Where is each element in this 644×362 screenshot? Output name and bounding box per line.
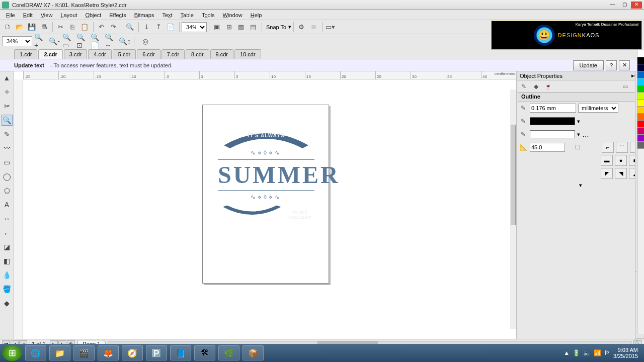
text-tool[interactable]: A	[2, 199, 13, 210]
tray-icon[interactable]: 🔈	[583, 349, 591, 356]
color-swatch[interactable]	[637, 85, 644, 93]
zoom-tool[interactable]: 🔍	[2, 115, 13, 126]
scale-checkbox[interactable]: ☐	[573, 143, 582, 152]
color-swatch[interactable]	[637, 121, 644, 128]
corner-round-button[interactable]: ⌒	[616, 142, 628, 153]
save-button[interactable]: 💾	[26, 22, 37, 33]
menu-view[interactable]: View	[37, 11, 57, 19]
cut-button[interactable]: ✂	[55, 22, 66, 33]
app-launcher-button[interactable]: ▭▾	[325, 22, 336, 33]
taskbar-app[interactable]: 📘	[170, 345, 191, 360]
fullscreen-button[interactable]: ▣	[211, 22, 222, 33]
color-swatch[interactable]	[637, 135, 644, 142]
doc-tab[interactable]: 10.cdr	[234, 49, 261, 59]
show-guidelines-button[interactable]: ▤	[248, 22, 259, 33]
close-button[interactable]: ✕	[631, 2, 642, 9]
zoom-height-icon[interactable]: 🔍↕	[119, 36, 131, 47]
import-button[interactable]: ⤓	[141, 22, 152, 33]
cap-flat-button[interactable]: ▬	[601, 155, 613, 166]
transparency-tab-icon[interactable]: 🍷	[543, 81, 553, 92]
options-button[interactable]: ⚙	[296, 22, 307, 33]
tray-icon[interactable]: 🏳	[604, 349, 610, 356]
doc-tab[interactable]: 3.cdr	[64, 49, 87, 59]
update-button[interactable]: Update	[573, 60, 604, 70]
zoom-combo-2[interactable]: 34%	[2, 36, 32, 46]
taskbar-app[interactable]: 🛠	[194, 345, 215, 360]
menu-window[interactable]: Window	[219, 11, 247, 19]
color-swatch[interactable]	[637, 128, 644, 135]
fill-tab-icon[interactable]: ◆	[531, 81, 541, 92]
tray-icon[interactable]: ▲	[564, 349, 570, 356]
position-outside-button[interactable]: ◤	[601, 168, 613, 179]
color-swatch[interactable]	[637, 100, 644, 107]
open-button[interactable]: 📂	[14, 22, 25, 33]
taskbar-app[interactable]: 🌐	[25, 345, 46, 360]
outline-color-swatch[interactable]	[530, 117, 575, 125]
color-swatch[interactable]	[637, 107, 644, 114]
color-swatch[interactable]	[637, 78, 644, 85]
taskbar-app[interactable]: 🎬	[73, 345, 95, 360]
zoom-out-icon[interactable]: 🔍-	[48, 36, 60, 47]
start-button[interactable]: ⊞	[2, 345, 22, 361]
crop-tool[interactable]: ✂	[2, 101, 13, 112]
snap-to-dropdown[interactable]: Snap To	[264, 24, 288, 30]
shape-tool[interactable]: ✧	[2, 86, 13, 98]
undo-button[interactable]: ↶	[96, 22, 107, 33]
menu-layout[interactable]: Layout	[56, 11, 81, 19]
minimize-button[interactable]: —	[607, 2, 618, 9]
taskbar-app[interactable]: 📦	[243, 345, 264, 360]
connector-tool[interactable]: ⌐	[2, 227, 13, 238]
menu-table[interactable]: Table	[177, 11, 198, 19]
outline-units-select[interactable]: millimeters	[578, 104, 618, 113]
taskbar-app[interactable]: 🦊	[98, 345, 119, 360]
publish-button[interactable]: 📄	[165, 22, 176, 33]
view-mode-icon[interactable]: ◎	[139, 36, 151, 47]
doc-tab[interactable]: 9.cdr	[210, 49, 233, 59]
outline-style-swatch[interactable]	[530, 130, 575, 138]
drop-shadow-tool[interactable]: ◪	[2, 241, 13, 252]
color-swatch[interactable]	[637, 114, 644, 121]
menu-tools[interactable]: Tools	[198, 11, 219, 19]
polygon-tool[interactable]: ⬠	[2, 185, 13, 196]
doc-tab[interactable]: 4.cdr	[88, 49, 111, 59]
taskbar-app[interactable]: 🅿️	[146, 345, 167, 360]
menu-bitmaps[interactable]: Bitmaps	[130, 11, 158, 19]
copy-button[interactable]: ⎘	[67, 22, 78, 33]
maximize-button[interactable]: ▢	[619, 2, 630, 9]
doc-tab[interactable]: 8.cdr	[186, 49, 209, 59]
expand-arrow-icon[interactable]: ▾	[517, 180, 644, 191]
smart-fill-tool[interactable]: ◆	[2, 298, 13, 309]
paste-button[interactable]: 📋	[79, 22, 90, 33]
dismiss-button[interactable]: ✕	[619, 60, 630, 70]
clock[interactable]: 9:03 AM 3/25/2015	[613, 347, 638, 359]
taskbar-app[interactable]: 🌿	[218, 345, 239, 360]
doc-tab[interactable]: 5.cdr	[113, 49, 136, 59]
parallel-dimension-tool[interactable]: ↔	[2, 213, 13, 224]
zoom-in-icon[interactable]: 🔍+	[34, 36, 46, 47]
rectangle-tool[interactable]: ▭	[2, 157, 13, 168]
drawing-area[interactable]: -25-20-15-10-50510152025303540centimeter…	[14, 71, 516, 339]
color-swatch[interactable]	[637, 57, 644, 64]
artwork[interactable]: IT'S ALWAYS ∿⋄◊⋄∿ SUMMER ∿⋄◊⋄∿ IN MY HOL…	[218, 128, 314, 222]
pick-tool[interactable]: ▲	[2, 72, 13, 83]
color-swatch[interactable]	[637, 71, 644, 78]
ellipse-tool[interactable]: ◯	[2, 171, 13, 182]
eyedropper-tool[interactable]: 💧	[2, 269, 13, 281]
color-swatch[interactable]	[637, 64, 644, 71]
help-button[interactable]: ?	[606, 60, 617, 70]
zoom-width-icon[interactable]: 🔍↔	[105, 36, 117, 47]
fill-tool[interactable]: 🪣	[2, 284, 13, 295]
options2-button[interactable]: ≣	[308, 22, 319, 33]
doc-tab[interactable]: 7.cdr	[162, 49, 185, 59]
redo-button[interactable]: ↷	[108, 22, 119, 33]
color-swatch[interactable]	[637, 50, 644, 57]
corner-miter-button[interactable]: ⌐	[602, 142, 614, 153]
more-styles-button[interactable]: …	[582, 130, 590, 138]
position-center-button[interactable]: ◥	[615, 168, 627, 179]
transparency-tool[interactable]: ◧	[2, 255, 13, 266]
show-rulers-button[interactable]: ⊞	[223, 22, 234, 33]
color-swatch[interactable]	[637, 93, 644, 100]
menu-edit[interactable]: Edit	[19, 11, 37, 19]
miter-limit-input[interactable]	[530, 143, 565, 152]
zoom-page-icon[interactable]: 🔍📄	[91, 36, 103, 47]
